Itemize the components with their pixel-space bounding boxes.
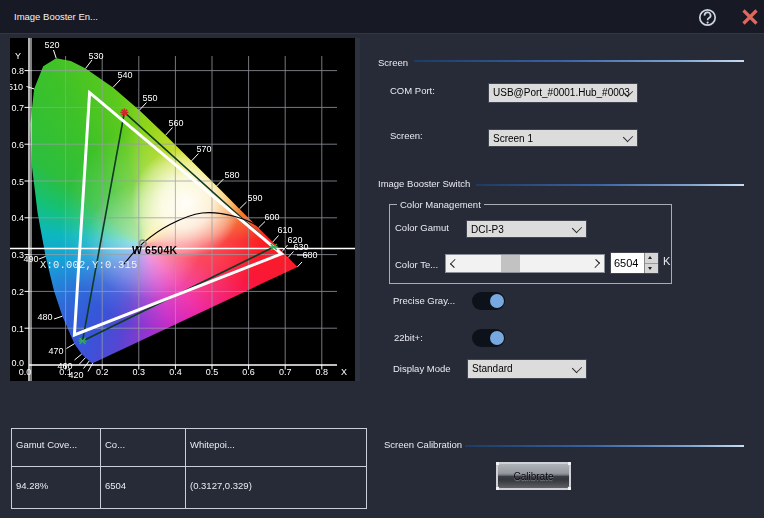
svg-text:490: 490 (23, 254, 38, 264)
svg-text:590: 590 (247, 193, 262, 203)
svg-text:520: 520 (44, 40, 59, 50)
svg-text:470: 470 (48, 346, 63, 356)
svg-text:540: 540 (117, 70, 132, 80)
svg-text:0.7: 0.7 (11, 103, 24, 113)
svg-text:510: 510 (10, 82, 23, 92)
svg-text:480: 480 (37, 312, 52, 322)
svg-text:0.7: 0.7 (279, 367, 292, 377)
svg-text:680: 680 (302, 250, 317, 260)
svg-text:580: 580 (224, 170, 239, 180)
svg-text:530: 530 (88, 51, 103, 61)
svg-text:X: X (341, 367, 347, 377)
svg-text:X:0.002,Y:0.315: X:0.002,Y:0.315 (40, 259, 138, 271)
svg-text:600: 600 (264, 212, 279, 222)
svg-text:0.1: 0.1 (11, 324, 24, 334)
svg-text:560: 560 (168, 118, 183, 128)
svg-text:570: 570 (196, 144, 211, 154)
svg-text:0.3: 0.3 (133, 367, 146, 377)
svg-text:6504K: 6504K (145, 244, 178, 256)
svg-text:0.2: 0.2 (96, 367, 109, 377)
svg-text:0.8: 0.8 (316, 367, 329, 377)
svg-text:Y: Y (15, 51, 21, 61)
svg-text:0.6: 0.6 (242, 367, 255, 377)
svg-text:0.5: 0.5 (206, 367, 219, 377)
svg-text:0.3: 0.3 (11, 250, 24, 260)
svg-text:0.2: 0.2 (11, 287, 24, 297)
svg-text:0.6: 0.6 (11, 140, 24, 150)
svg-text:550: 550 (142, 93, 157, 103)
svg-text:0.1: 0.1 (59, 367, 72, 377)
svg-text:0.0: 0.0 (19, 367, 32, 377)
svg-text:0.4: 0.4 (169, 367, 182, 377)
svg-text:610: 610 (277, 225, 292, 235)
svg-text:0.4: 0.4 (11, 213, 24, 223)
svg-text:0.5: 0.5 (11, 177, 24, 187)
svg-text:0.8: 0.8 (11, 66, 24, 76)
svg-text:W: W (132, 244, 142, 256)
